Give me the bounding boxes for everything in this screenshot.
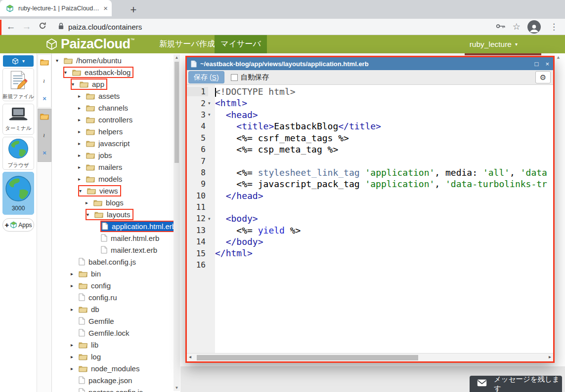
tree-row-node-modules[interactable]: ▸node_modules bbox=[52, 362, 180, 374]
tree-item[interactable]: db bbox=[78, 305, 101, 314]
tree-item[interactable]: bin bbox=[78, 269, 103, 278]
caret-right-icon[interactable]: ▸ bbox=[71, 307, 78, 312]
code-line-3[interactable]: 3▾ <head> bbox=[187, 109, 553, 120]
tree-item[interactable]: javascript bbox=[86, 139, 131, 148]
editor-maximize-icon[interactable]: □ bbox=[535, 60, 539, 68]
tree-item[interactable]: /home/ubuntu bbox=[63, 56, 124, 65]
caret-right-icon[interactable]: ▸ bbox=[71, 271, 78, 276]
tree-item[interactable]: config.ru bbox=[78, 293, 119, 302]
key-icon[interactable] bbox=[496, 22, 506, 31]
tree-row-db[interactable]: ▸db bbox=[52, 303, 180, 315]
scroll-down-icon[interactable]: ▼ bbox=[174, 386, 180, 390]
code-line-15[interactable]: 15</html> bbox=[187, 247, 553, 259]
autosave-checkbox[interactable] bbox=[231, 74, 238, 81]
tree-row-lib[interactable]: ▸lib bbox=[52, 339, 180, 351]
file-manager-tab-1[interactable]: ~ × bbox=[38, 54, 51, 108]
caret-right-icon[interactable]: ▸ bbox=[71, 342, 78, 348]
tree-row-layouts[interactable]: ▾layouts bbox=[52, 208, 180, 220]
address-bar[interactable]: paiza.cloud/containers bbox=[58, 22, 142, 32]
caret-right-icon[interactable]: ▸ bbox=[78, 176, 86, 182]
autosave-toggle[interactable]: 自動保存 bbox=[231, 73, 269, 82]
tree-row-eastback-blog[interactable]: ▾eastback-blog bbox=[52, 66, 180, 78]
caret-down-icon[interactable]: ▾ bbox=[79, 188, 87, 194]
code-line-2[interactable]: 2▾<html> bbox=[187, 97, 553, 109]
scrollbar-thumb[interactable] bbox=[174, 62, 179, 163]
code-line-16[interactable]: 16 bbox=[187, 259, 553, 271]
code-line-8[interactable]: 8 <%= stylesheet_link_tag 'application',… bbox=[187, 167, 553, 178]
fold-caret-icon[interactable]: ▾ bbox=[208, 112, 215, 117]
code-text[interactable]: </head> bbox=[215, 190, 553, 201]
code-text[interactable]: <body> bbox=[215, 213, 553, 224]
browser-tab[interactable]: ruby-lecture-1 | PaizaCloud - Inst × bbox=[0, 0, 112, 16]
tree-row-app[interactable]: ▾app bbox=[52, 78, 180, 90]
tree-row-postcss.config.js[interactable]: postcss.config.js bbox=[52, 386, 180, 392]
code-line-6[interactable]: 6 <%= csp_meta_tag %> bbox=[187, 144, 553, 155]
tree-item[interactable]: application.html.erb bbox=[100, 221, 179, 232]
tree-item[interactable]: views bbox=[87, 186, 120, 196]
caret-right-icon[interactable]: ▸ bbox=[86, 200, 93, 205]
tree-scrollbar[interactable]: ▲ ▼ bbox=[174, 54, 180, 391]
fold-caret-icon[interactable]: ▾ bbox=[208, 216, 215, 221]
code-text[interactable]: <!DOCTYPE html> bbox=[215, 86, 553, 97]
code-line-1[interactable]: 1<!DOCTYPE html> bbox=[187, 86, 553, 97]
code-line-9[interactable]: 9 <%= javascript_pack_tag 'application',… bbox=[187, 178, 553, 190]
editor-settings-button[interactable]: ⚙ bbox=[535, 71, 551, 83]
tree-item[interactable]: models bbox=[86, 174, 124, 184]
fold-caret-icon[interactable]: ▾ bbox=[208, 101, 215, 106]
code-text[interactable]: <%= yield %> bbox=[215, 225, 553, 236]
tree-item[interactable]: Gemfile bbox=[78, 316, 116, 326]
editor-hscrollbar[interactable]: ◂ ▸ bbox=[187, 353, 553, 361]
caret-right-icon[interactable]: ▸ bbox=[78, 164, 86, 170]
browser-menu-icon[interactable]: ⋮ bbox=[548, 22, 560, 32]
new-tab-button[interactable]: + bbox=[127, 3, 140, 17]
caret-right-icon[interactable]: ▸ bbox=[71, 354, 78, 359]
port-3000-button[interactable]: 3000 bbox=[2, 172, 34, 215]
caret-right-icon[interactable]: ▸ bbox=[78, 153, 86, 158]
scroll-up-icon[interactable]: ▲ bbox=[174, 55, 180, 60]
tree-item[interactable]: mailers bbox=[86, 162, 124, 172]
tree-item[interactable]: babel.config.js bbox=[78, 257, 138, 267]
scroll-left-icon[interactable]: ◂ bbox=[189, 354, 191, 359]
server-dropdown[interactable]: ruby_lecture ▾ bbox=[470, 35, 518, 53]
chat-widget[interactable]: メッセージを残します bbox=[470, 376, 562, 392]
tree-row-helpers[interactable]: ▸helpers bbox=[52, 125, 180, 137]
tree-item[interactable]: lib bbox=[78, 340, 100, 350]
tree-item[interactable]: log bbox=[78, 352, 103, 361]
caret-down-icon[interactable]: ▾ bbox=[64, 70, 72, 75]
scroll-right-icon[interactable]: ▸ bbox=[549, 354, 551, 359]
tree-item[interactable]: package.json bbox=[78, 376, 134, 385]
code-text[interactable]: </body> bbox=[215, 236, 553, 247]
caret-right-icon[interactable]: ▸ bbox=[78, 105, 86, 111]
caret-right-icon[interactable]: ▸ bbox=[78, 141, 86, 146]
tree-row-views[interactable]: ▾views bbox=[52, 185, 180, 196]
tree-row-application.html.erb[interactable]: application.html.erb bbox=[52, 220, 180, 232]
tree-item[interactable]: mailer.text.erb bbox=[100, 245, 159, 255]
code-line-10[interactable]: 10 </head> bbox=[187, 190, 553, 201]
code-line-4[interactable]: 4 <title>EastbackBlog</title> bbox=[187, 120, 553, 132]
code-text[interactable]: <head> bbox=[215, 109, 553, 120]
paizacloud-logo[interactable]: PaizaCloud ™ bbox=[45, 37, 135, 52]
forward-icon[interactable]: → bbox=[19, 21, 35, 32]
tree-row-bin[interactable]: ▸bin bbox=[52, 268, 180, 279]
caret-down-icon[interactable]: ▾ bbox=[72, 81, 79, 87]
caret-down-icon[interactable]: ▾ bbox=[87, 212, 94, 217]
tree-row-models[interactable]: ▸models bbox=[52, 173, 180, 185]
tree-item[interactable]: assets bbox=[86, 91, 122, 101]
browser-app-button[interactable]: ブラウザ bbox=[2, 137, 34, 170]
code-text[interactable]: <%= csp_meta_tag %> bbox=[215, 144, 553, 155]
tree-item[interactable]: helpers bbox=[86, 127, 125, 136]
tree-item[interactable]: app bbox=[79, 79, 106, 89]
back-icon[interactable]: ← bbox=[3, 21, 19, 32]
tree-row-controllers[interactable]: ▸controllers bbox=[52, 114, 180, 125]
tree-row-package.json[interactable]: package.json bbox=[52, 374, 180, 386]
tree-row-mailer.text.erb[interactable]: mailer.text.erb bbox=[52, 244, 180, 256]
caret-right-icon[interactable]: ▸ bbox=[71, 283, 78, 288]
tree-row-Gemfile[interactable]: Gemfile bbox=[52, 315, 180, 327]
nav-new-server[interactable]: 新規サーバ作成 bbox=[159, 35, 215, 53]
code-line-14[interactable]: 14 </body> bbox=[187, 236, 553, 247]
code-text[interactable]: </html> bbox=[215, 247, 553, 259]
caret-right-icon[interactable]: ▸ bbox=[78, 93, 86, 99]
caret-down-icon[interactable]: ▾ bbox=[56, 58, 63, 63]
code-text[interactable]: <title>EastbackBlog</title> bbox=[215, 120, 553, 132]
tree-item[interactable]: Gemfile.lock bbox=[78, 328, 131, 338]
